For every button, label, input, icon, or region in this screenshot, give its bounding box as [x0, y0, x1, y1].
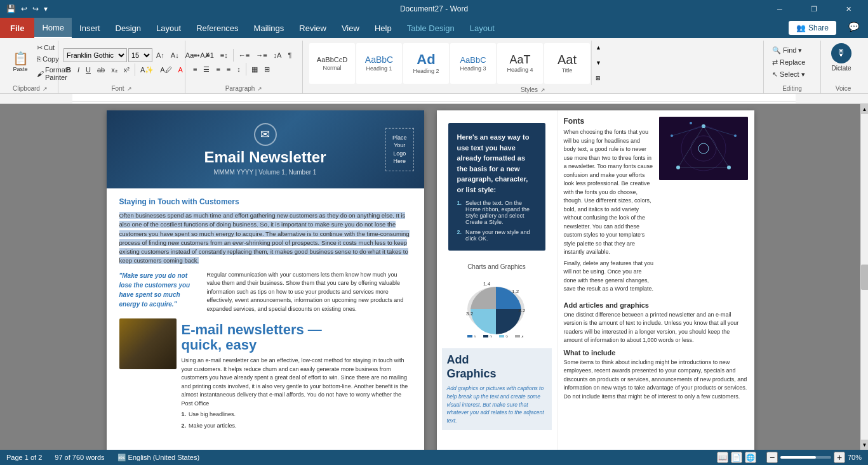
customize-button[interactable]: ▾: [43, 3, 49, 15]
paste-button[interactable]: 📋 Paste: [8, 41, 33, 84]
scrollbar-thumb[interactable]: [861, 265, 869, 290]
text-effect-button[interactable]: A✨: [138, 65, 156, 75]
editing-group: 🔍 Find ▾ ⇄ Replace ↖ Select ▾ Editing: [764, 41, 821, 93]
styles-expand[interactable]: ⊞: [593, 74, 604, 82]
network-image: [659, 117, 748, 180]
align-center-button[interactable]: ☰: [201, 64, 212, 75]
superscript-button[interactable]: x²: [121, 65, 132, 75]
restore-button[interactable]: ❐: [799, 0, 829, 18]
find-dropdown-icon: ▾: [798, 46, 802, 55]
clipboard-expand-icon[interactable]: ↗: [43, 86, 48, 92]
help-menu[interactable]: Help: [367, 18, 399, 38]
font-color-button[interactable]: A: [176, 65, 185, 75]
chart-section: Charts and Graphics 1.2 3.2 3.2 1.4: [442, 257, 552, 346]
font-shrink-button[interactable]: A↓: [168, 50, 182, 60]
layout-menu[interactable]: Layout: [149, 18, 189, 38]
bold-button[interactable]: B: [63, 65, 74, 75]
zoom-out-button[interactable]: −: [766, 452, 778, 463]
chart-label-3: 3.2: [466, 311, 474, 317]
multilevel-button[interactable]: ≡↕: [218, 50, 230, 60]
zoom-slider[interactable]: [780, 456, 831, 459]
view-menu[interactable]: View: [334, 18, 367, 38]
document-scroll[interactable]: ✉ Email Newsletter MMMM YYYY | Volume 1,…: [0, 104, 860, 450]
scroll-up-button[interactable]: ▲: [861, 104, 869, 114]
increase-indent-button[interactable]: →≡: [253, 50, 269, 60]
paragraph-expand-icon[interactable]: ↗: [257, 86, 262, 92]
styles-scroll-down[interactable]: ▼: [593, 58, 604, 67]
style-h2-button[interactable]: Ad Heading 2: [403, 43, 449, 84]
borders-button[interactable]: ⊞: [262, 64, 272, 75]
style-h1-button[interactable]: AaBbC Heading 1: [356, 43, 402, 84]
references-menu[interactable]: References: [189, 18, 246, 38]
font-family-select[interactable]: Franklin Gothic |: [63, 48, 127, 62]
list-item-2: 2. Make your articles.: [182, 422, 411, 431]
save-button[interactable]: 💾: [5, 3, 17, 15]
zoom-in-button[interactable]: +: [834, 452, 845, 463]
tip-step-1: 1. Select the text. On the Home ribbon, …: [457, 200, 537, 225]
tip-box: Here's an easy way to use text you have …: [448, 123, 545, 251]
scroll-down-button[interactable]: ▼: [861, 440, 869, 450]
styles-scroll-up[interactable]: ▲: [593, 43, 604, 52]
review-menu[interactable]: Review: [291, 18, 334, 38]
justify-button[interactable]: ≡: [224, 64, 233, 74]
mailings-menu[interactable]: Mailings: [246, 18, 292, 38]
logo-placeholder: PlaceYourLogoHere: [385, 128, 414, 171]
close-button[interactable]: ✕: [834, 0, 863, 18]
add-graphics-heading: AddGraphics: [447, 353, 547, 381]
align-left-button[interactable]: ≡: [190, 64, 199, 74]
strikethrough-button[interactable]: ab: [95, 65, 107, 75]
style-h4-button[interactable]: AaT Heading 4: [497, 43, 543, 84]
fonts-body: When choosing the fonts that you will be…: [564, 128, 654, 257]
comments-button[interactable]: 💬: [839, 18, 868, 36]
pie-slice-2: [496, 309, 521, 334]
style-normal-button[interactable]: AaBbCcD Normal: [309, 43, 355, 84]
network-svg: [659, 117, 748, 180]
chart-label-2: 3.2: [518, 308, 526, 313]
minimize-button[interactable]: ─: [765, 0, 794, 18]
table-design-menu[interactable]: Table Design: [399, 18, 462, 38]
share-button[interactable]: 👥 Share: [789, 21, 836, 35]
font-size-select[interactable]: 15: [128, 48, 152, 62]
design-menu[interactable]: Design: [108, 18, 149, 38]
web-view-button[interactable]: 🌐: [745, 452, 756, 463]
find-button[interactable]: 🔍 Find ▾: [769, 45, 808, 56]
insert-menu[interactable]: Insert: [72, 18, 108, 38]
sort-button[interactable]: ↕A: [271, 50, 284, 60]
font-expand-icon[interactable]: ↗: [127, 86, 132, 92]
file-menu[interactable]: File: [0, 18, 34, 38]
vertical-scrollbar[interactable]: ▲ ▼: [860, 104, 868, 450]
format-painter-icon: 🖌: [37, 70, 44, 77]
add-articles-heading: Add articles and graphics: [564, 301, 748, 309]
para-row2: ≡ ☰ ≡ ≡ ↕ ▦ ⊞: [190, 63, 294, 75]
what-to-include-body: Some items to think about including migh…: [564, 358, 748, 402]
italic-button[interactable]: I: [75, 65, 82, 75]
status-bar: Page 1 of 2 97 of 760 words 🔤 English (U…: [0, 450, 868, 465]
styles-label: Styles ↗: [308, 85, 758, 93]
chart-title: Charts and Graphics: [448, 263, 545, 270]
styles-expand-icon[interactable]: ↗: [540, 87, 545, 93]
read-view-button[interactable]: 📖: [717, 452, 728, 463]
style-h3-button[interactable]: AaBbC Heading 3: [450, 43, 496, 84]
home-menu[interactable]: Home: [34, 18, 72, 38]
numbering-button[interactable]: ≡1: [203, 50, 217, 60]
select-button[interactable]: ↖ Select ▾: [769, 69, 808, 80]
underline-button[interactable]: U: [83, 65, 93, 75]
undo-button[interactable]: ↩: [20, 3, 29, 15]
style-title-button[interactable]: Aat Title: [544, 43, 590, 84]
shading-button[interactable]: ▦: [249, 64, 260, 75]
replace-button[interactable]: ⇄ Replace: [769, 57, 808, 68]
table-layout-menu[interactable]: Layout: [462, 18, 502, 38]
subscript-button[interactable]: x₂: [109, 65, 120, 75]
align-right-button[interactable]: ≡: [213, 64, 222, 74]
decrease-indent-button[interactable]: ←≡: [236, 50, 252, 60]
bullets-button[interactable]: ≡•: [190, 50, 202, 60]
redo-button[interactable]: ↪: [31, 3, 40, 15]
para-sep1: [233, 49, 234, 62]
font-grow-button[interactable]: A↑: [154, 50, 167, 60]
print-view-button[interactable]: 📄: [731, 452, 742, 463]
highlight-button[interactable]: A🖊: [157, 65, 174, 75]
dictate-icon[interactable]: 🎙: [831, 43, 851, 63]
svg-text:3: 3: [505, 335, 508, 337]
show-hide-button[interactable]: ¶: [285, 50, 294, 60]
line-spacing-button[interactable]: ↕: [234, 64, 243, 74]
